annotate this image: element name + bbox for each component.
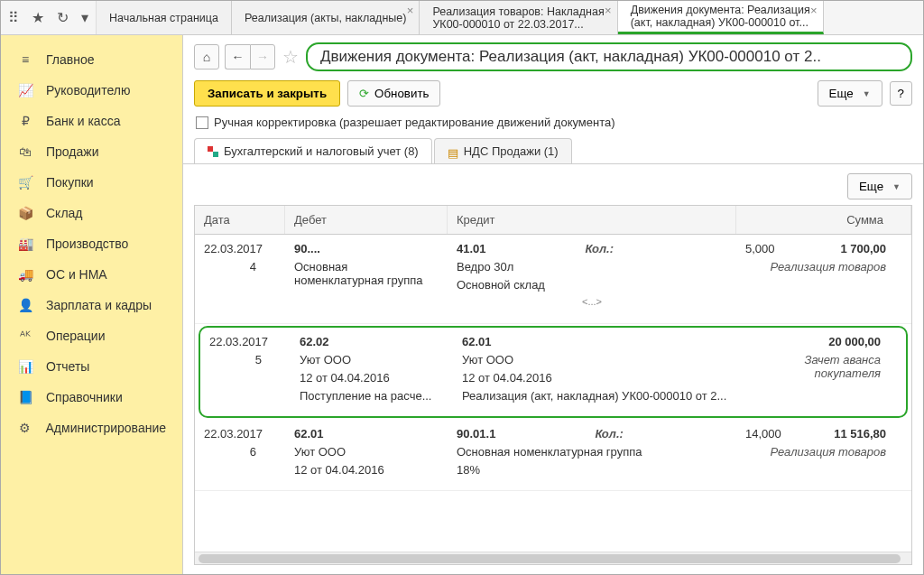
star-icon[interactable]: ★	[32, 9, 44, 26]
sidebar-label: ОС и НМА	[46, 267, 107, 282]
sidebar-icon: ₽	[17, 114, 33, 128]
window-tabs: Начальная страницаРеализация (акты, накл…	[97, 1, 923, 34]
sidebar-item-12[interactable]: ⚙Администрирование	[1, 413, 182, 443]
grid-body[interactable]: 22.03.2017490....Основная номенклатурная…	[195, 235, 911, 552]
register-tabs: Бухгалтерский и налоговый учет (8)▤НДС П…	[183, 138, 923, 164]
window-tab-0[interactable]: Начальная страница	[97, 1, 232, 34]
col-debit[interactable]: Дебет	[285, 206, 448, 234]
tab-close-icon[interactable]: ×	[605, 4, 612, 17]
nav-back-forward: ← →	[225, 44, 275, 70]
entry-row[interactable]: 22.03.2017662.01Уют ООО12 от 04.04.20169…	[195, 420, 911, 491]
sidebar-item-10[interactable]: 📊Отчеты	[1, 351, 182, 382]
window-tab-1[interactable]: Реализация (акты, накладные)×	[232, 1, 420, 34]
sidebar-icon: 👤	[17, 298, 33, 312]
forward-button[interactable]: →	[250, 44, 275, 70]
manual-edit-label: Ручная корректировка (разрешает редактир…	[214, 116, 615, 129]
sidebar-label: Производство	[46, 236, 128, 251]
col-sum[interactable]: Сумма	[736, 206, 911, 234]
home-button[interactable]: ⌂	[194, 44, 219, 70]
sidebar-item-5[interactable]: 📦Склад	[1, 198, 182, 228]
sidebar-label: Склад	[46, 206, 83, 220]
sidebar-icon: 📦	[17, 206, 33, 220]
sidebar-item-6[interactable]: 🏭Производство	[1, 228, 182, 259]
entries-grid: Дата Дебет Кредит Сумма 22.03.2017490...…	[194, 205, 912, 565]
grid-header: Дата Дебет Кредит Сумма	[195, 206, 911, 235]
top-toolbar: ⠿ ★ ↻ ▾ Начальная страницаРеализация (ак…	[1, 1, 923, 35]
refresh-icon: ⟳	[359, 87, 369, 100]
window-tab-2[interactable]: Реализация товаров: НакладнаяУК00-000010…	[420, 1, 617, 34]
sidebar-label: Покупки	[46, 175, 94, 190]
sidebar-icon: ᴬᴷ	[17, 329, 33, 343]
sidebar-item-2[interactable]: ₽Банк и касса	[1, 106, 182, 136]
sidebar-item-4[interactable]: 🛒Покупки	[1, 167, 182, 198]
sidebar-label: Главное	[46, 52, 95, 67]
save-close-button[interactable]: Записать и закрыть	[194, 80, 340, 107]
debit-credit-icon	[208, 146, 218, 157]
col-credit[interactable]: Кредит	[448, 206, 736, 234]
h-scrollbar[interactable]	[195, 552, 911, 564]
sidebar-label: Продажи	[46, 144, 98, 159]
topbar-icon-group: ⠿ ★ ↻ ▾	[1, 1, 97, 34]
main-panel: ⌂ ← → ☆ Движения документа: Реализация (…	[183, 35, 923, 574]
sidebar-icon: 🛍	[17, 144, 33, 159]
refresh-button[interactable]: ⟳Обновить	[347, 80, 440, 107]
help-button[interactable]: ?	[890, 81, 912, 106]
manual-edit-checkbox[interactable]	[196, 116, 208, 129]
sidebar-item-8[interactable]: 👤Зарплата и кадры	[1, 290, 182, 320]
sidebar-item-11[interactable]: 📘Справочники	[1, 382, 182, 413]
more-button[interactable]: Еще▼	[818, 80, 882, 107]
sidebar-icon: 🛒	[17, 175, 33, 190]
back-button[interactable]: ←	[225, 44, 250, 70]
register-tab-0[interactable]: Бухгалтерский и налоговый учет (8)	[194, 138, 432, 163]
sidebar-item-7[interactable]: 🚚ОС и НМА	[1, 259, 182, 290]
nav-sidebar: ≡Главное📈Руководителю₽Банк и касса🛍Прода…	[1, 35, 183, 574]
grid-more-button[interactable]: Еще▼	[847, 173, 912, 199]
sidebar-label: Банк и касса	[46, 114, 120, 128]
sidebar-icon: 📘	[17, 390, 33, 404]
sidebar-label: Операции	[46, 329, 106, 343]
history-icon[interactable]: ↻	[57, 9, 69, 26]
favorite-icon[interactable]: ☆	[282, 46, 299, 68]
sidebar-item-0[interactable]: ≡Главное	[1, 44, 182, 75]
sidebar-label: Отчеты	[46, 359, 89, 374]
sidebar-item-9[interactable]: ᴬᴷОперации	[1, 320, 182, 351]
sidebar-item-3[interactable]: 🛍Продажи	[1, 136, 182, 167]
page-title: Движения документа: Реализация (акт, нак…	[306, 42, 912, 71]
sidebar-icon: 📈	[17, 83, 33, 97]
tab-close-icon[interactable]: ×	[407, 4, 414, 17]
sidebar-icon: 🚚	[17, 267, 33, 282]
sidebar-label: Руководителю	[46, 83, 130, 97]
entry-row[interactable]: 22.03.2017490....Основная номенклатурная…	[195, 235, 911, 324]
entry-row[interactable]: 22.03.2017562.02Уют ООО12 от 04.04.2016П…	[199, 326, 908, 418]
menu-dropdown-icon[interactable]: ▾	[81, 9, 88, 26]
window-tab-3[interactable]: Движения документа: Реализация(акт, накл…	[618, 1, 824, 34]
tab-close-icon[interactable]: ×	[810, 4, 818, 17]
register-tab-1[interactable]: ▤НДС Продажи (1)	[434, 138, 572, 163]
sidebar-label: Зарплата и кадры	[46, 298, 152, 312]
sidebar-item-1[interactable]: 📈Руководителю	[1, 75, 182, 106]
sidebar-icon: ≡	[17, 52, 33, 67]
sidebar-icon: ⚙	[17, 421, 33, 435]
sidebar-icon: 🏭	[17, 236, 33, 251]
apps-icon[interactable]: ⠿	[8, 9, 19, 26]
sidebar-label: Администрирование	[46, 421, 167, 435]
document-icon: ▤	[448, 146, 458, 157]
col-date[interactable]: Дата	[195, 206, 285, 234]
sidebar-icon: 📊	[17, 359, 33, 374]
sidebar-label: Справочники	[46, 390, 123, 404]
